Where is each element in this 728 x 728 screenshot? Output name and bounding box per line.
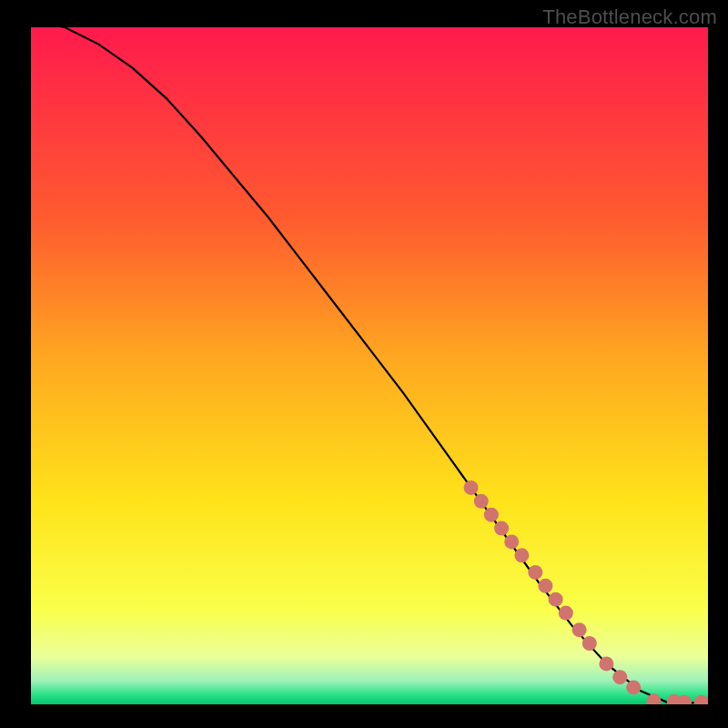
- curve-marker: [549, 592, 563, 607]
- curve-marker: [612, 670, 627, 684]
- curve-marker: [528, 565, 542, 580]
- curve-marker: [514, 548, 529, 562]
- curve-marker: [494, 521, 509, 536]
- curve-marker: [582, 636, 597, 651]
- curve-marker: [504, 534, 519, 549]
- curve-marker: [559, 606, 573, 621]
- plot-gradient-background: [31, 27, 708, 704]
- curve-marker: [538, 579, 552, 593]
- curve-marker: [626, 680, 641, 694]
- bottleneck-chart: [0, 0, 728, 728]
- curve-marker: [474, 494, 489, 509]
- curve-marker: [572, 622, 587, 637]
- curve-marker: [599, 656, 613, 671]
- chart-stage: TheBottleneck.com: [0, 0, 728, 728]
- curve-marker: [464, 480, 479, 495]
- curve-marker: [484, 508, 499, 522]
- watermark-text: TheBottleneck.com: [542, 5, 717, 29]
